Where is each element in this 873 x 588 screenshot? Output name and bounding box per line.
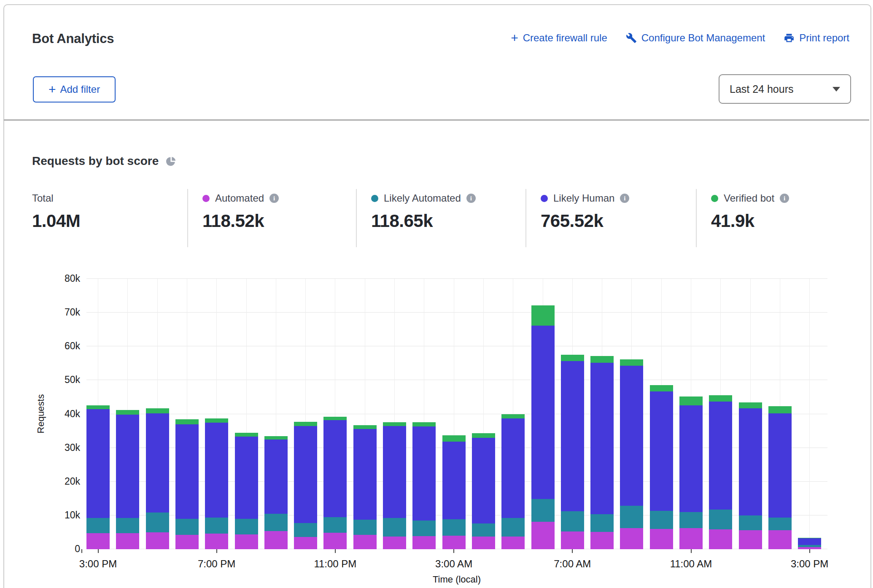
bar-segment-likely-human bbox=[501, 418, 525, 518]
bar-segment-likely-human bbox=[235, 437, 258, 519]
stat-label: Automated bbox=[215, 192, 264, 204]
bar-segment-likely-human bbox=[798, 538, 821, 545]
x-tick-label: 3:00 PM bbox=[772, 558, 848, 570]
bar-segment-automated bbox=[561, 531, 584, 549]
bar-2-00-am[interactable] bbox=[412, 422, 436, 549]
x-axis-title: Time (local) bbox=[419, 574, 495, 585]
info-icon[interactable]: i bbox=[780, 194, 789, 203]
action-link-print-report[interactable]: Print report bbox=[784, 32, 849, 44]
y-tick-label: 30k bbox=[38, 442, 80, 453]
bar-9-00-am[interactable] bbox=[620, 359, 643, 549]
bar-segment-automated bbox=[116, 533, 139, 550]
time-range-select[interactable]: Last 24 hours bbox=[719, 74, 851, 104]
bar-segment-verified-bot bbox=[442, 435, 466, 442]
bar-segment-verified-bot bbox=[323, 417, 347, 420]
bar-segment-likely-automated bbox=[294, 523, 317, 537]
bar-segment-likely-automated bbox=[709, 510, 732, 529]
x-tick-label: 7:00 PM bbox=[179, 558, 255, 570]
info-icon[interactable]: i bbox=[466, 194, 476, 203]
bar-5-00-pm[interactable] bbox=[146, 408, 169, 549]
bar-10-00-am[interactable] bbox=[650, 385, 673, 549]
action-link-create-firewall-rule[interactable]: +Create firewall rule bbox=[511, 32, 607, 44]
bar-10-00-pm[interactable] bbox=[294, 422, 317, 549]
bar-segment-verified-bot bbox=[501, 414, 525, 418]
add-filter-button[interactable]: + Add filter bbox=[33, 76, 116, 102]
bar-segment-verified-bot bbox=[472, 433, 495, 438]
action-link-label: Configure Bot Management bbox=[641, 32, 765, 44]
bar-segment-automated bbox=[383, 537, 406, 549]
bar-segment-likely-automated bbox=[561, 511, 584, 531]
bar-segment-verified-bot bbox=[412, 422, 436, 426]
bar-8-00-pm[interactable] bbox=[235, 433, 258, 549]
bar-segment-automated bbox=[146, 532, 169, 549]
bar-segment-likely-human bbox=[116, 415, 139, 518]
bar-segment-likely-automated bbox=[383, 518, 406, 536]
plus-icon: + bbox=[48, 84, 56, 94]
bar-segment-likely-automated bbox=[590, 514, 614, 532]
bar-segment-automated bbox=[205, 534, 228, 549]
action-link-configure-bot-management[interactable]: Configure Bot Management bbox=[626, 32, 765, 44]
bar-8-00-am[interactable] bbox=[590, 356, 614, 549]
bar-2-00-pm[interactable] bbox=[768, 406, 792, 549]
bar-segment-automated bbox=[531, 522, 555, 549]
bar-7-00-am[interactable] bbox=[561, 355, 584, 549]
bar-segment-automated bbox=[501, 537, 525, 549]
bar-segment-likely-automated bbox=[412, 521, 436, 536]
bar-segment-automated bbox=[294, 537, 317, 549]
info-icon[interactable]: i bbox=[269, 194, 279, 203]
info-icon[interactable]: i bbox=[620, 194, 629, 203]
bar-segment-likely-human bbox=[531, 326, 555, 499]
bar-segment-likely-human bbox=[620, 366, 643, 506]
bar-3-00-pm[interactable] bbox=[798, 538, 821, 549]
bar-segment-likely-human bbox=[86, 409, 110, 518]
x-tick-mark bbox=[98, 549, 99, 553]
bar-11-00-am[interactable] bbox=[679, 396, 703, 549]
stat-verified-bot: Verified boti41.9k bbox=[696, 189, 852, 247]
bar-11-00-pm[interactable] bbox=[323, 417, 347, 549]
stat-value: 765.52k bbox=[541, 211, 696, 231]
bar-segment-verified-bot bbox=[86, 405, 110, 410]
x-tick-label: 11:00 PM bbox=[297, 558, 373, 570]
bar-5-00-am[interactable] bbox=[501, 414, 525, 549]
bar-segment-likely-automated bbox=[146, 512, 169, 532]
bar-segment-likely-human bbox=[650, 391, 673, 511]
bar-4-00-am[interactable] bbox=[472, 433, 495, 549]
bar-6-00-am[interactable] bbox=[531, 305, 555, 549]
add-filter-label: Add filter bbox=[60, 84, 100, 95]
bar-segment-likely-human bbox=[442, 442, 466, 519]
x-tick-mark bbox=[691, 549, 692, 553]
bar-4-00-pm[interactable] bbox=[116, 410, 139, 549]
origin-tick-mark bbox=[81, 549, 82, 553]
bar-segment-likely-human bbox=[205, 423, 228, 518]
bar-3-00-am[interactable] bbox=[442, 435, 466, 549]
bar-segment-likely-human bbox=[590, 363, 614, 514]
bar-segment-verified-bot bbox=[146, 408, 169, 413]
x-tick-mark bbox=[572, 549, 573, 553]
bar-segment-verified-bot bbox=[739, 402, 762, 408]
bar-12-00-am[interactable] bbox=[353, 425, 377, 549]
bar-segment-automated bbox=[323, 533, 347, 549]
x-tick-label: 3:00 AM bbox=[416, 558, 492, 570]
y-tick-label: 80k bbox=[38, 273, 80, 284]
bar-9-00-pm[interactable] bbox=[264, 436, 288, 549]
bar-segment-likely-automated bbox=[175, 519, 199, 535]
bar-1-00-am[interactable] bbox=[383, 422, 406, 549]
bar-segment-automated bbox=[235, 534, 258, 549]
bar-segment-verified-bot bbox=[650, 385, 673, 391]
bar-segment-automated bbox=[175, 535, 199, 549]
bar-segment-likely-automated bbox=[472, 523, 495, 537]
y-tick-label: 50k bbox=[38, 374, 80, 386]
bar-1-00-pm[interactable] bbox=[739, 402, 762, 549]
bar-segment-automated bbox=[739, 530, 762, 549]
bar-6-00-pm[interactable] bbox=[175, 419, 199, 549]
x-tick-mark bbox=[809, 549, 810, 553]
bar-12-00-pm[interactable] bbox=[709, 395, 732, 549]
bar-segment-likely-human bbox=[323, 420, 347, 517]
bar-3-00-pm[interactable] bbox=[86, 405, 110, 549]
bar-segment-likely-human bbox=[679, 405, 703, 512]
bar-7-00-pm[interactable] bbox=[205, 418, 228, 549]
legend-dot-icon bbox=[202, 195, 210, 202]
bar-segment-likely-automated bbox=[531, 499, 555, 522]
bar-segment-likely-automated bbox=[739, 515, 762, 530]
bar-segment-verified-bot bbox=[294, 422, 317, 426]
